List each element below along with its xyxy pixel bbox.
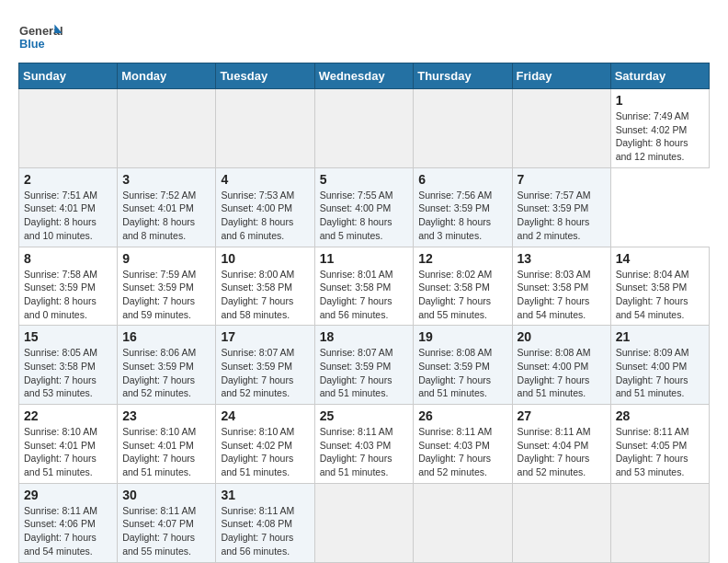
day-number: 26 <box>418 408 506 423</box>
day-info: Sunrise: 7:57 AMSunset: 3:59 PMDaylight:… <box>518 189 606 243</box>
day-cell-16: 16 Sunrise: 8:06 AMSunset: 3:59 PMDaylig… <box>118 326 216 405</box>
day-cell-24: 24 Sunrise: 8:10 AMSunset: 4:02 PMDaylig… <box>216 405 314 484</box>
day-cell-18: 18 Sunrise: 8:07 AMSunset: 3:59 PMDaylig… <box>314 326 414 405</box>
day-header-sunday: Sunday <box>19 63 118 89</box>
empty-cell <box>314 89 414 168</box>
day-cell-19: 19 Sunrise: 8:08 AMSunset: 3:59 PMDaylig… <box>414 326 512 405</box>
day-number: 6 <box>418 172 506 187</box>
day-info: Sunrise: 8:09 AMSunset: 4:00 PMDaylight:… <box>616 346 704 400</box>
day-cell-14: 14 Sunrise: 8:04 AMSunset: 3:58 PMDaylig… <box>610 247 709 326</box>
day-cell-31: 31 Sunrise: 8:11 AMSunset: 4:08 PMDaylig… <box>216 483 314 562</box>
day-number: 17 <box>221 329 309 344</box>
calendar-table: SundayMondayTuesdayWednesdayThursdayFrid… <box>18 63 710 563</box>
day-cell-12: 12 Sunrise: 8:02 AMSunset: 3:58 PMDaylig… <box>414 247 512 326</box>
day-info: Sunrise: 8:11 AMSunset: 4:07 PMDaylight:… <box>122 504 210 558</box>
day-number: 9 <box>122 251 210 266</box>
day-number: 5 <box>320 172 409 187</box>
day-info: Sunrise: 8:01 AMSunset: 3:58 PMDaylight:… <box>320 268 409 322</box>
empty-cell <box>610 483 709 562</box>
day-cell-15: 15 Sunrise: 8:05 AMSunset: 3:58 PMDaylig… <box>19 326 118 405</box>
day-info: Sunrise: 7:56 AMSunset: 3:59 PMDaylight:… <box>418 189 506 243</box>
day-info: Sunrise: 8:07 AMSunset: 3:59 PMDaylight:… <box>221 346 309 400</box>
day-cell-17: 17 Sunrise: 8:07 AMSunset: 3:59 PMDaylig… <box>216 326 314 405</box>
day-number: 25 <box>320 408 409 423</box>
calendar-row-1: 2 Sunrise: 7:51 AMSunset: 4:01 PMDayligh… <box>19 167 710 247</box>
day-info: Sunrise: 8:11 AMSunset: 4:05 PMDaylight:… <box>616 425 704 479</box>
day-number: 8 <box>24 251 112 266</box>
day-number: 4 <box>221 172 309 187</box>
day-info: Sunrise: 8:11 AMSunset: 4:06 PMDaylight:… <box>24 504 112 558</box>
day-info: Sunrise: 7:59 AMSunset: 3:59 PMDaylight:… <box>122 268 210 322</box>
day-number: 28 <box>616 408 704 423</box>
day-info: Sunrise: 8:03 AMSunset: 3:58 PMDaylight:… <box>518 268 606 322</box>
day-info: Sunrise: 8:02 AMSunset: 3:58 PMDaylight:… <box>418 268 506 322</box>
calendar-row-3: 15 Sunrise: 8:05 AMSunset: 3:58 PMDaylig… <box>19 326 710 405</box>
day-info: Sunrise: 8:11 AMSunset: 4:03 PMDaylight:… <box>320 425 409 479</box>
day-header-tuesday: Tuesday <box>216 63 314 89</box>
day-cell-26: 26 Sunrise: 8:11 AMSunset: 4:03 PMDaylig… <box>414 405 512 484</box>
day-number: 1 <box>616 93 704 108</box>
calendar-row-4: 22 Sunrise: 8:10 AMSunset: 4:01 PMDaylig… <box>19 405 710 484</box>
day-number: 20 <box>518 329 606 344</box>
empty-cell <box>512 483 610 562</box>
day-cell-10: 10 Sunrise: 8:00 AMSunset: 3:58 PMDaylig… <box>216 247 314 326</box>
day-cell-5: 5 Sunrise: 7:55 AMSunset: 4:00 PMDayligh… <box>314 167 414 247</box>
day-number: 27 <box>518 408 606 423</box>
day-number: 18 <box>320 329 409 344</box>
day-info: Sunrise: 8:11 AMSunset: 4:04 PMDaylight:… <box>518 425 606 479</box>
day-info: Sunrise: 7:49 AMSunset: 4:02 PMDaylight:… <box>616 109 704 164</box>
calendar-header-row: SundayMondayTuesdayWednesdayThursdayFrid… <box>19 63 710 89</box>
day-info: Sunrise: 7:58 AMSunset: 3:59 PMDaylight:… <box>24 268 112 322</box>
day-info: Sunrise: 8:00 AMSunset: 3:58 PMDaylight:… <box>221 268 309 322</box>
day-number: 23 <box>122 408 210 423</box>
day-info: Sunrise: 8:05 AMSunset: 3:58 PMDaylight:… <box>24 346 112 400</box>
calendar-row-0: 1 Sunrise: 7:49 AMSunset: 4:02 PMDayligh… <box>19 89 710 168</box>
day-cell-7: 7 Sunrise: 7:57 AMSunset: 3:59 PMDayligh… <box>512 167 610 247</box>
day-info: Sunrise: 8:10 AMSunset: 4:02 PMDaylight:… <box>221 425 309 479</box>
day-number: 21 <box>616 329 704 344</box>
day-info: Sunrise: 8:08 AMSunset: 3:59 PMDaylight:… <box>418 346 506 400</box>
day-cell-3: 3 Sunrise: 7:52 AMSunset: 4:01 PMDayligh… <box>118 167 216 247</box>
day-info: Sunrise: 8:11 AMSunset: 4:08 PMDaylight:… <box>221 504 309 558</box>
day-info: Sunrise: 8:06 AMSunset: 3:59 PMDaylight:… <box>122 346 210 400</box>
day-info: Sunrise: 7:51 AMSunset: 4:01 PMDaylight:… <box>24 189 112 243</box>
day-cell-13: 13 Sunrise: 8:03 AMSunset: 3:58 PMDaylig… <box>512 247 610 326</box>
day-number: 14 <box>616 251 704 266</box>
day-number: 2 <box>24 172 112 187</box>
day-cell-8: 8 Sunrise: 7:58 AMSunset: 3:59 PMDayligh… <box>19 247 118 326</box>
day-cell-25: 25 Sunrise: 8:11 AMSunset: 4:03 PMDaylig… <box>314 405 414 484</box>
day-cell-20: 20 Sunrise: 8:08 AMSunset: 4:00 PMDaylig… <box>512 326 610 405</box>
logo: General Blue <box>18 18 64 55</box>
empty-cell <box>512 89 610 168</box>
empty-cell <box>314 483 414 562</box>
day-info: Sunrise: 7:53 AMSunset: 4:00 PMDaylight:… <box>221 189 309 243</box>
day-info: Sunrise: 8:10 AMSunset: 4:01 PMDaylight:… <box>24 425 112 479</box>
day-info: Sunrise: 8:11 AMSunset: 4:03 PMDaylight:… <box>418 425 506 479</box>
day-number: 24 <box>221 408 309 423</box>
day-header-saturday: Saturday <box>610 63 709 89</box>
day-number: 22 <box>24 408 112 423</box>
day-cell-28: 28 Sunrise: 8:11 AMSunset: 4:05 PMDaylig… <box>610 405 709 484</box>
day-info: Sunrise: 7:52 AMSunset: 4:01 PMDaylight:… <box>122 189 210 243</box>
day-header-friday: Friday <box>512 63 610 89</box>
day-cell-21: 21 Sunrise: 8:09 AMSunset: 4:00 PMDaylig… <box>610 326 709 405</box>
day-number: 30 <box>122 488 210 502</box>
day-cell-6: 6 Sunrise: 7:56 AMSunset: 3:59 PMDayligh… <box>414 167 512 247</box>
svg-text:Blue: Blue <box>19 37 45 51</box>
day-info: Sunrise: 8:10 AMSunset: 4:01 PMDaylight:… <box>122 425 210 479</box>
day-number: 12 <box>418 251 506 266</box>
day-number: 15 <box>24 329 112 344</box>
header: General Blue <box>18 18 710 55</box>
day-number: 7 <box>518 172 606 187</box>
empty-cell <box>216 89 314 168</box>
day-header-monday: Monday <box>118 63 216 89</box>
day-number: 10 <box>221 251 309 266</box>
empty-cell <box>414 89 512 168</box>
day-number: 11 <box>320 251 409 266</box>
day-number: 16 <box>122 329 210 344</box>
day-cell-30: 30 Sunrise: 8:11 AMSunset: 4:07 PMDaylig… <box>118 483 216 562</box>
day-header-wednesday: Wednesday <box>314 63 414 89</box>
day-cell-11: 11 Sunrise: 8:01 AMSunset: 3:58 PMDaylig… <box>314 247 414 326</box>
day-cell-27: 27 Sunrise: 8:11 AMSunset: 4:04 PMDaylig… <box>512 405 610 484</box>
day-header-thursday: Thursday <box>414 63 512 89</box>
